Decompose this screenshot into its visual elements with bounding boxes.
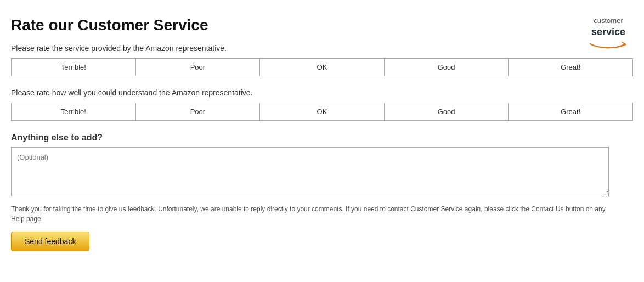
service-rating-section: Please rate the service provided by the … bbox=[11, 44, 633, 76]
amazon-logo: customer service bbox=[589, 16, 628, 52]
amazon-arrow-icon bbox=[589, 40, 628, 49]
additional-comments-label: Anything else to add? bbox=[11, 133, 633, 143]
additional-comments-section: Anything else to add? bbox=[11, 133, 633, 199]
disclaimer-text: Thank you for taking the time to give us… bbox=[11, 204, 609, 224]
understand-rate-terrible[interactable]: Terrible! bbox=[11, 103, 135, 121]
service-rate-great[interactable]: Great! bbox=[508, 58, 633, 76]
understanding-rating-label: Please rate how well you could understan… bbox=[11, 88, 633, 97]
service-rating-buttons: Terrible! Poor OK Good Great! bbox=[11, 58, 633, 76]
service-rate-ok[interactable]: OK bbox=[259, 58, 384, 76]
logo-line1: customer bbox=[594, 16, 623, 25]
service-rate-good[interactable]: Good bbox=[384, 58, 509, 76]
additional-comments-input[interactable] bbox=[11, 147, 609, 196]
page-title: Rate our Customer Service bbox=[11, 16, 633, 34]
service-rating-label: Please rate the service provided by the … bbox=[11, 44, 633, 53]
understand-rate-great[interactable]: Great! bbox=[508, 103, 633, 121]
service-rate-terrible[interactable]: Terrible! bbox=[11, 58, 135, 76]
understand-rate-good[interactable]: Good bbox=[384, 103, 509, 121]
service-rate-poor[interactable]: Poor bbox=[135, 58, 260, 76]
understanding-rating-section: Please rate how well you could understan… bbox=[11, 88, 633, 121]
understand-rate-ok[interactable]: OK bbox=[259, 103, 384, 121]
send-feedback-button[interactable]: Send feedback bbox=[11, 232, 89, 251]
understand-rate-poor[interactable]: Poor bbox=[135, 103, 260, 121]
logo-line2: service bbox=[591, 26, 625, 37]
understanding-rating-buttons: Terrible! Poor OK Good Great! bbox=[11, 103, 633, 121]
